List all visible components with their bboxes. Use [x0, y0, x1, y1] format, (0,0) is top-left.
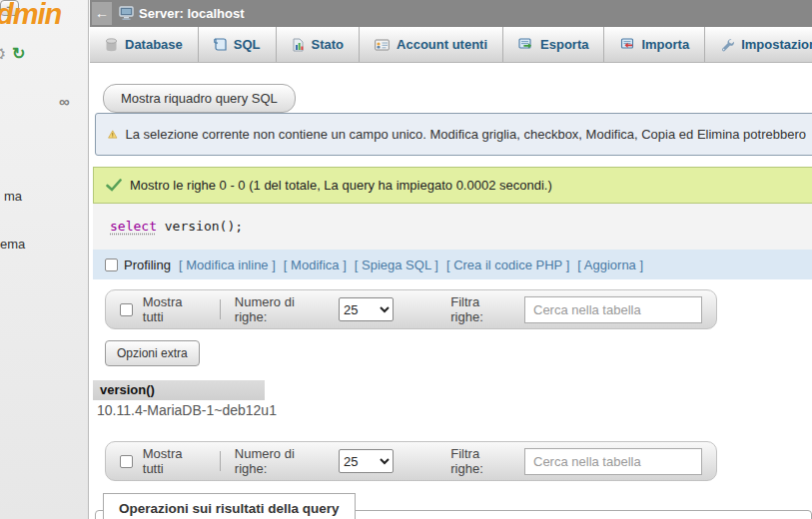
rows-label: Numero di righe:: [235, 446, 329, 476]
filter-label: Filtra righe:: [450, 294, 514, 324]
export-icon: [518, 38, 533, 51]
main-tab-bar: Database SQL Stato: [90, 27, 812, 63]
wrench-icon: [720, 38, 734, 52]
filter-rows-input[interactable]: [524, 296, 702, 323]
profiling-label: Profiling: [124, 258, 171, 272]
link-edit[interactable]: Modifica: [291, 258, 339, 272]
divider: [220, 299, 221, 319]
result-cell-value: 10.11.4-MariaDB-1~deb12u1: [97, 402, 277, 418]
profiling-checkbox[interactable]: [105, 259, 118, 271]
navigation-sidebar: dmin ⚙ ↻ − ∞ ma ema: [0, 0, 89, 519]
link-edit-inline[interactable]: Modifica inline: [186, 258, 268, 272]
sql-keyword[interactable]: select: [110, 219, 157, 234]
divider: [220, 451, 221, 471]
tab-settings[interactable]: Impostazioni: [705, 27, 812, 62]
show-all-label: Mostra tutti: [143, 294, 206, 324]
warning-text: La selezione corrente non contiene un ca…: [126, 127, 806, 142]
tab-export[interactable]: Esporta: [503, 27, 604, 62]
link-refresh[interactable]: Aggiorna: [584, 258, 636, 272]
tab-status[interactable]: Stato: [277, 27, 361, 62]
show-sql-query-panel-button[interactable]: Mostra riquadro query SQL: [103, 84, 296, 113]
rows-per-page-select[interactable]: 25: [339, 449, 394, 473]
sql-rest: version();: [157, 219, 243, 234]
tab-import[interactable]: Importa: [604, 27, 705, 62]
sidebar-item-schema[interactable]: ma: [4, 189, 22, 204]
rows-per-page-select[interactable]: 25: [339, 297, 394, 321]
link-explain-sql[interactable]: Spiega SQL: [362, 258, 431, 272]
server-icon: [119, 6, 135, 20]
phpmyadmin-page: dmin ⚙ ↻ − ∞ ma ema ← Server: localhost …: [0, 0, 812, 519]
query-operations-legend: Operazioni sui risultati della query: [103, 493, 356, 519]
filter-label: Filtra righe:: [450, 446, 514, 476]
results-controls-top: Mostra tutti Numero di righe: 25 Filtra …: [105, 289, 717, 329]
server-breadcrumb-bar: ← Server: localhost: [90, 0, 812, 27]
executed-sql-query: select version();: [93, 204, 812, 250]
status-chart-icon: [292, 38, 305, 52]
success-check-icon: [106, 179, 122, 192]
filter-rows-input[interactable]: [524, 448, 702, 475]
tab-database[interactable]: Database: [90, 27, 199, 62]
warning-message: La selezione corrente non contiene un ca…: [95, 113, 812, 156]
link-icon[interactable]: ∞: [59, 93, 70, 110]
user-card-icon: [375, 39, 390, 51]
database-icon: [105, 38, 118, 52]
success-message: Mostro le righe 0 - 0 (1 del totale, La …: [93, 167, 812, 204]
link-create-php-code[interactable]: Crea il codice PHP: [453, 258, 562, 272]
tab-user-accounts[interactable]: Account utenti: [360, 27, 503, 62]
success-text: Mostro le righe 0 - 0 (1 del totale, La …: [130, 178, 552, 193]
show-all-checkbox[interactable]: [120, 303, 133, 316]
warning-icon: [108, 127, 118, 142]
result-column-header[interactable]: version(): [93, 380, 265, 400]
breadcrumb: Server: localhost: [139, 6, 245, 21]
back-arrow-button[interactable]: ←: [92, 2, 112, 25]
refresh-icon[interactable]: ↻: [12, 44, 25, 63]
show-all-checkbox[interactable]: [120, 455, 133, 468]
gear-icon[interactable]: ⚙: [0, 44, 6, 65]
tab-sql[interactable]: SQL: [199, 27, 277, 62]
results-controls-bottom: Mostra tutti Numero di righe: 25 Filtra …: [105, 441, 717, 481]
sql-icon: [214, 37, 227, 52]
extra-options-button[interactable]: Opzioni extra: [105, 340, 200, 366]
show-all-label: Mostra tutti: [143, 446, 206, 476]
phpmyadmin-logo[interactable]: dmin: [0, 0, 61, 31]
rows-label: Numero di righe:: [235, 294, 329, 324]
sidebar-item-schema[interactable]: ema: [0, 237, 25, 252]
import-icon: [619, 38, 634, 51]
query-actions-row: Profiling [ Modifica inline ] [ Modifica…: [93, 250, 812, 279]
